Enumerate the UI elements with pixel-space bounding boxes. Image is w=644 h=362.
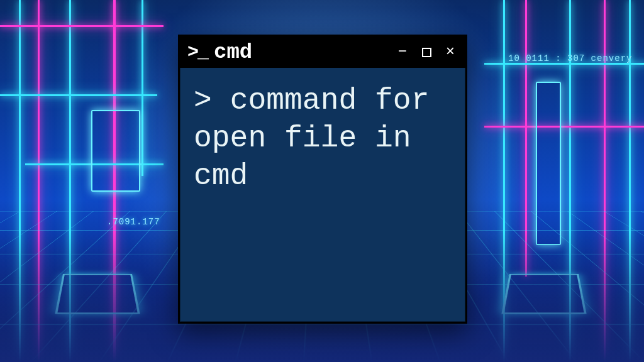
- prompt-symbol: >: [194, 84, 212, 118]
- window-title: cmd: [214, 40, 252, 64]
- minimize-button[interactable]: −: [394, 43, 411, 61]
- neon-line: [0, 94, 157, 96]
- terminal-prompt-icon: >_: [187, 43, 208, 62]
- neon-line: [484, 126, 644, 128]
- neon-line: [0, 25, 164, 27]
- floor-tile: [55, 274, 140, 314]
- command-text: command for open file in cmd: [194, 84, 429, 193]
- background-scene: .7091.177 10 0111 : 307 cenvery >_ cmd −…: [0, 0, 644, 362]
- titlebar[interactable]: >_ cmd − ×: [180, 36, 465, 68]
- close-button[interactable]: ×: [441, 43, 459, 61]
- cmd-window: >_ cmd − × > command for open file in cm…: [178, 35, 467, 324]
- floor-tile: [501, 274, 586, 314]
- decorative-text: 10 0111 : 307 cenvery: [508, 53, 632, 63]
- terminal-body[interactable]: > command for open file in cmd: [180, 68, 465, 322]
- neon-panel: [91, 110, 140, 192]
- maximize-icon: [422, 48, 431, 57]
- maximize-button[interactable]: [418, 43, 435, 61]
- prompt-line: > command for open file in cmd: [194, 82, 452, 195]
